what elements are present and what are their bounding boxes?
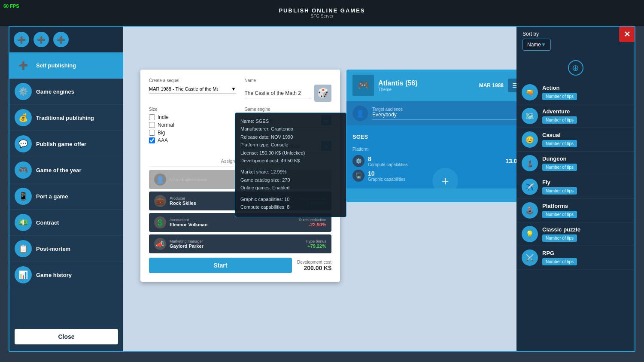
self-publishing-icon: ➕ — [15, 57, 32, 74]
tooltip-release: Release date: NOV 1990 — [240, 134, 341, 140]
sidebar-item-post-mortem[interactable]: 📋 Post-mortem — [9, 236, 123, 262]
dice-icon[interactable]: 🎲 — [314, 85, 331, 102]
name-label: Name — [245, 78, 332, 83]
add-platform-button[interactable]: ＋ — [432, 168, 458, 194]
sidebar-add-icon-1[interactable]: ➕ — [14, 32, 29, 47]
dev-cost-label: Development cost — [297, 260, 331, 265]
sidebar-label-post-mortem: Post-mortem — [36, 246, 70, 252]
platform-name: SGES — [352, 134, 368, 140]
sidebar-label-game-year: Game of the year — [36, 167, 82, 173]
sidebar-label-game-history: Game history — [36, 272, 72, 278]
sidebar-close-button[interactable]: Close — [15, 329, 118, 344]
audience-label: Target audience — [372, 107, 516, 112]
close-x-button[interactable]: ✕ — [619, 27, 635, 42]
sequel-select[interactable]: MAR 1988 - The Castle of the Ma ▼ — [149, 85, 236, 94]
marketing-role: Marketing manager — [170, 239, 306, 243]
sidebar-item-contract[interactable]: 💵 Contract — [9, 210, 123, 236]
rpg-genre-name: RPG — [542, 250, 629, 256]
game-name-input[interactable] — [245, 88, 312, 98]
accountant-role: Accountant — [170, 218, 298, 222]
fps-counter: 60 FPS — [3, 3, 19, 9]
sort-dropdown[interactable]: Name ▼ — [522, 39, 551, 51]
classic-puzzle-genre-info: Classic puzzle Number of tips — [542, 226, 629, 242]
main-dialog: ➕ ➕ ➕ ➕ Self publishing ⚙️ Game engines … — [9, 26, 635, 352]
marketing-bonus-label: Hype bonus — [306, 239, 326, 243]
marketing-bonus-value: +79.22% — [306, 243, 326, 249]
tooltip-dev-cost: Development cost: 49.50 K$ — [240, 158, 341, 164]
rpg-tips-button[interactable]: Number of tips — [542, 258, 577, 265]
sidebar-label-contract: Contract — [36, 219, 59, 226]
genre-item-classic-puzzle[interactable]: 💡 Classic puzzle Number of tips — [516, 222, 635, 246]
genre-item-rpg[interactable]: ⚔️ RPG Number of tips — [516, 246, 635, 270]
sort-arrow-icon: ▼ — [541, 42, 546, 48]
genre-item-casual[interactable]: 😊 Casual Number of tips — [516, 128, 635, 152]
tooltip-platform-type: Platform type: Console — [240, 142, 341, 148]
marketing-name: Gaylord Parker — [170, 243, 306, 249]
dungeon-genre-icon: ♟️ — [522, 155, 538, 171]
sequel-col: Create a sequel MAR 1988 - The Castle of… — [149, 78, 236, 102]
size-normal-checkbox[interactable] — [149, 122, 155, 128]
size-aaa-checkbox[interactable] — [149, 137, 155, 143]
size-big-checkbox[interactable] — [149, 130, 155, 136]
game-title-info: Atlantis (56) Theme — [378, 79, 475, 92]
sidebar-item-traditional-publishing[interactable]: 💰 Traditional publishing — [9, 105, 123, 131]
sidebar-item-game-of-year[interactable]: 🎮 Game of the year — [9, 157, 123, 183]
genres-panel: Sort by Name ▼ ⊕ 🔫 Action Number of tips… — [516, 27, 635, 351]
adventure-tips-button[interactable]: Number of tips — [542, 116, 577, 124]
platform-label: Platform — [352, 147, 516, 152]
accountant-icon: 💲 — [154, 216, 166, 228]
action-tips-button[interactable]: Number of tips — [542, 93, 577, 100]
tooltip-graphic: Graphic capabilities: 10 — [240, 196, 341, 203]
fly-genre-info: Fly Number of tips — [542, 179, 629, 195]
accountant-name: Eleanor Volkman — [170, 222, 298, 227]
tooltip-catalog: Game catalog size: 270 — [240, 177, 341, 183]
size-indie-checkbox[interactable] — [149, 114, 155, 120]
traditional-publishing-icon: 💰 — [15, 109, 32, 126]
audience-dropdown[interactable]: Everybody ▼ — [372, 112, 516, 120]
start-button[interactable]: Start — [149, 258, 292, 273]
size-normal-label: Normal — [158, 122, 174, 128]
sidebar-label-port-game: Port a game — [36, 193, 68, 200]
dungeon-genre-info: Dungeon Number of tips — [542, 155, 629, 171]
sidebar-item-game-engines[interactable]: ⚙️ Game engines — [9, 79, 123, 105]
casual-genre-name: Casual — [542, 132, 629, 138]
genre-item-dungeon[interactable]: ♟️ Dungeon Number of tips — [516, 152, 635, 175]
classic-puzzle-genre-name: Classic puzzle — [542, 226, 629, 233]
sidebar-item-publish-game-offer[interactable]: 💬 Publish game offer — [9, 131, 123, 157]
genre-item-platforms[interactable]: 🕹️ Platforms Number of tips — [516, 199, 635, 222]
sidebar-item-self-publishing[interactable]: ➕ Self publishing — [9, 52, 123, 79]
game-title: Atlantis (56) — [378, 79, 475, 87]
dev-cost-value: 200.00 K$ — [297, 265, 331, 271]
classic-puzzle-tips-button[interactable]: Number of tips — [542, 234, 577, 242]
contract-icon: 💵 — [15, 214, 32, 231]
sidebar-item-game-history[interactable]: 📊 Game history — [9, 262, 123, 288]
compute-stat-row: ⚙️ 8 Compute capabilities 13.0% 📈 — [352, 155, 516, 167]
port-game-icon: 📱 — [15, 188, 32, 205]
target-audience-section: 👤 Target audience Everybody ▼ — [346, 101, 516, 125]
dungeon-genre-name: Dungeon — [542, 155, 629, 162]
marketing-bonus-info: Hype bonus +79.22% — [306, 239, 326, 249]
fly-tips-button[interactable]: Number of tips — [542, 187, 577, 195]
casual-tips-button[interactable]: Number of tips — [542, 140, 577, 147]
casual-genre-icon: 😊 — [522, 131, 538, 148]
sidebar-add-icon-3[interactable]: ➕ — [53, 32, 69, 47]
post-mortem-icon: 📋 — [15, 240, 32, 257]
sidebar-add-icon-2[interactable]: ➕ — [33, 32, 49, 47]
menu-button[interactable]: ☰ — [508, 79, 516, 92]
size-section: Size Indie Normal Big A — [149, 107, 236, 145]
specialist-slot-marketing[interactable]: 📣 Marketing manager Gaylord Parker Hype … — [149, 234, 331, 253]
game-history-icon: 📊 — [15, 266, 32, 283]
adventure-genre-name: Adventure — [542, 108, 629, 115]
compute-label: Compute capabilities — [368, 162, 408, 167]
genre-item-adventure[interactable]: 🗺️ Adventure Number of tips — [516, 104, 635, 128]
platforms-tips-button[interactable]: Number of tips — [542, 211, 577, 218]
action-genre-icon: 🔫 — [522, 84, 538, 100]
fly-genre-icon: ✈️ — [522, 179, 538, 195]
game-theme-label: Theme — [378, 87, 475, 92]
audience-icon: 👤 — [352, 106, 368, 121]
sidebar-item-port-game[interactable]: 📱 Port a game — [9, 183, 123, 210]
dungeon-tips-button[interactable]: Number of tips — [542, 164, 577, 171]
genre-item-action[interactable]: 🔫 Action Number of tips — [516, 81, 635, 104]
genre-item-fly[interactable]: ✈️ Fly Number of tips — [516, 175, 635, 199]
add-genre-button[interactable]: ⊕ — [568, 60, 583, 76]
